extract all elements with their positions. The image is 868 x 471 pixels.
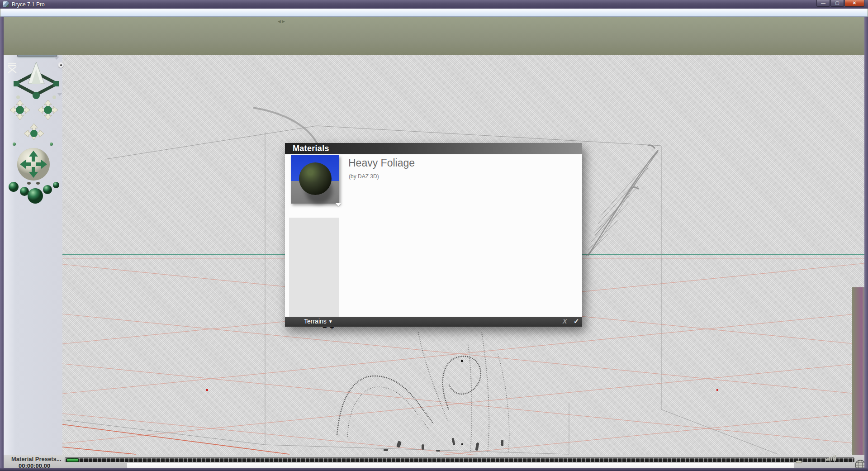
materials-dialog: Materials Heavy Foliage (by DAZ 3D) −+ T… (285, 143, 582, 327)
title-bar: Bryce 7.1 Pro — ▢ ✕ (0, 0, 868, 9)
selection-spheres-widget[interactable] (4, 181, 62, 206)
window-frame-right (864, 17, 868, 468)
status-label[interactable]: Material Presets... (11, 456, 62, 462)
playback-controls (796, 461, 802, 463)
top-toolbar: ◄► (4, 17, 864, 55)
library-dropdown-label: Terrains (304, 318, 327, 325)
preset-author: (by DAZ 3D) (349, 173, 379, 180)
close-button[interactable]: ✕ (844, 0, 864, 7)
material-preview-arrow[interactable] (336, 203, 341, 206)
bryce-app-window: Bryce 7.1 Pro — ▢ ✕ ◄► (0, 0, 868, 471)
pan-arrows-widget[interactable] (5, 98, 62, 142)
timeline-scrubber[interactable] (66, 458, 79, 462)
animation-timeline[interactable] (65, 457, 854, 462)
right-tool-strip (852, 287, 864, 455)
preset-name: Heavy Foliage (348, 157, 415, 169)
window-frame-left (0, 17, 4, 468)
left-nav-palette (4, 17, 62, 455)
window-frame-bottom (0, 468, 868, 471)
category-list (289, 218, 339, 323)
nav-dot-left[interactable] (13, 143, 16, 146)
terrain-nav-widget[interactable] (14, 60, 59, 99)
preview-options-arrow[interactable] (54, 57, 59, 60)
menu-bar (0, 9, 868, 17)
terrain-widget-arrow[interactable] (57, 93, 62, 96)
minimize-button[interactable]: — (816, 0, 830, 7)
palette-resize-icon[interactable]: ◄► (277, 19, 285, 24)
material-preview[interactable] (291, 155, 339, 204)
ok-button[interactable]: ✓ (574, 317, 579, 325)
memory-indicator-icon (825, 455, 836, 461)
window-title: Bryce 7.1 Pro (12, 1, 45, 8)
chevron-down-icon: ▼ (328, 319, 333, 324)
cancel-button[interactable]: X (563, 318, 567, 325)
materials-dialog-body: Heavy Foliage (by DAZ 3D) −+ (285, 154, 582, 317)
materials-dialog-title[interactable]: Materials (285, 143, 582, 154)
nav-dot-right[interactable] (50, 143, 53, 146)
bottom-strip (127, 462, 794, 468)
materials-dialog-footer: Terrains ▼ X ✓ (285, 317, 582, 327)
maximize-button[interactable]: ▢ (830, 0, 844, 7)
material-thumbnail-grid (347, 216, 565, 322)
trackball-widget[interactable] (15, 147, 52, 185)
status-bar: Material Presets... 00:00:00.00 (0, 455, 868, 468)
material-preview-sphere (299, 162, 332, 195)
library-dropdown[interactable]: Terrains ▼ (304, 318, 333, 325)
app-icon (3, 1, 9, 7)
